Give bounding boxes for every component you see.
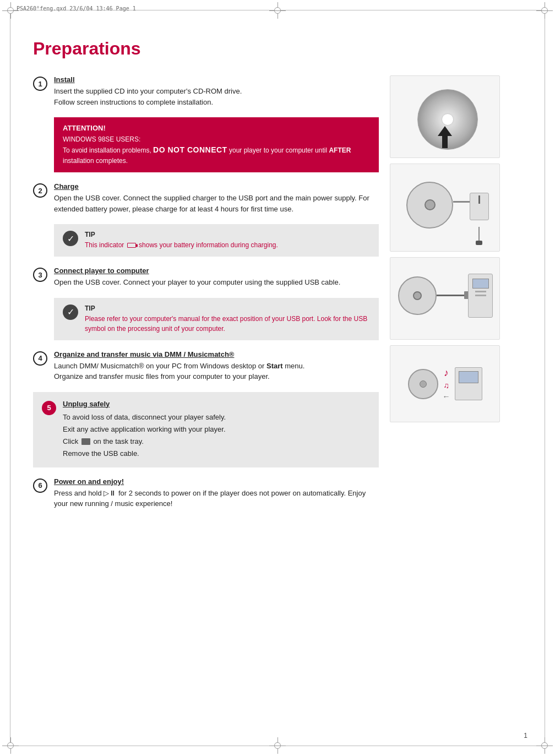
step-4-content: Organize and transfer music via DMM / Mu… [54,350,304,382]
player-usb [398,276,437,315]
battery-icon [127,243,136,248]
step-4-num: 4 [33,351,47,366]
step-6-content: Power on and enjoy! Press and hold ▷⏸ fo… [54,477,379,509]
player-usb-center [413,291,422,300]
crosshair-bottom-mid [269,737,286,754]
transfer-arrows: ♪ ♫ ← [443,367,450,401]
cd-scene [406,81,483,153]
step-5-text: To avoid loss of data, disconnect your p… [63,411,226,460]
step-6-section: 6 Power on and enjoy! Press and hold ▷⏸ … [33,477,379,509]
after-bold: AFTER [329,146,351,154]
tip-text-2: Please refer to your computer's manual f… [85,314,370,334]
usb-cable [437,295,467,296]
step-1-title: Install [54,75,242,84]
image-cd [390,75,500,158]
computer-screen [472,279,489,289]
step-5-title: Unplug safely [63,400,226,408]
tip-icon-1: ✓ [63,231,78,246]
player-circle [406,182,453,229]
computer-music [455,367,482,400]
step-2-text: Open the USB cover. Connect the supplied… [54,193,379,214]
tip-content-2: TIP Please refer to your computer's manu… [85,304,370,334]
tip-content-1: TIP This indicator shows your battery in… [85,231,278,250]
charger-scene [395,168,494,248]
image-music: ♪ ♫ ← [390,345,500,422]
usb-cable-h [453,201,470,203]
charger-plug [478,195,480,204]
attention-title: ATTENTION! [63,124,370,132]
step-5-num: 5 [42,401,56,415]
step-3-section: 3 Connect player to computer Open the US… [33,266,379,288]
step-2-section: 2 Charge Open the USB cover. Connect the… [33,182,379,214]
right-column: ♪ ♫ ← [390,75,522,519]
tip-icon-2: ✓ [63,304,78,320]
taskbar-icon [81,438,90,445]
player-music-center [420,380,427,388]
page-number: 1 [524,732,527,739]
image-charger [390,164,500,252]
music-scene-container: ♪ ♫ ← [393,351,497,417]
step-6-text: Press and hold ▷⏸ for 2 seconds to power… [54,488,379,509]
page-title: Preparations [33,39,522,59]
step-1-text: Insert the supplied CD into your compute… [54,86,242,107]
step-3-num: 3 [33,268,47,282]
music-note-1: ♪ [444,367,449,379]
charger-box [470,193,489,220]
tip-text-1: This indicator shows your battery inform… [85,240,278,250]
svg-marker-0 [438,126,452,148]
step-6-title: Power on and enjoy! [54,477,379,486]
tip-box-2: ✓ TIP Please refer to your computer's ma… [54,298,379,340]
step-4-text: Launch DMM/ Musicmatch® on your PC from … [54,361,304,382]
attention-text: WINDOWS 98SE USERS: To avoid installatio… [63,134,370,166]
step-1-num: 1 [33,77,47,91]
step-3-text: Open the USB cover. Connect your player … [54,277,340,288]
main-content: Preparations 1 Install Insert the suppli… [0,0,555,552]
step-1-content: Install Insert the supplied CD into your… [54,75,242,107]
step-5-content: Unplug safely To avoid loss of data, dis… [63,400,226,460]
tip-box-1: ✓ TIP This indicator shows your battery … [54,224,379,257]
step-5-inner: 5 Unplug safely To avoid loss of data, d… [42,400,370,460]
usb-scene-container [393,263,497,334]
computer-tower [468,274,493,318]
player-music [408,369,438,399]
cd-hole [442,113,454,126]
step-2-title: Charge [54,182,379,191]
monitor-music [459,371,478,383]
step-2-content: Charge Open the USB cover. Connect the s… [54,182,379,214]
step-3-title: Connect player to computer [54,266,340,275]
step-4-section: 4 Organize and transfer music via DMM / … [33,350,379,382]
tip-label-1: TIP [85,231,278,238]
crosshair-bottom-left [2,737,19,754]
power-plug [476,241,482,245]
step-2-num: 2 [33,183,47,198]
step-1-section: 1 Install Insert the supplied CD into yo… [33,75,379,107]
two-column-layout: 1 Install Insert the supplied CD into yo… [33,75,522,519]
left-arrow: ← [443,392,450,401]
drive-slot [475,291,486,292]
step-5-box: 5 Unplug safely To avoid loss of data, d… [33,392,379,467]
tip-label-2: TIP [85,304,370,312]
do-not-connect: DO NOT CONNECT [153,145,227,154]
music-note-2: ♫ [443,381,449,390]
left-column: 1 Install Insert the supplied CD into yo… [33,75,379,519]
image-usb [390,257,500,340]
attention-box: ATTENTION! WINDOWS 98SE USERS: To avoid … [54,117,379,172]
drive-slot-2 [475,295,486,296]
step-4-title: Organize and transfer music via DMM / Mu… [54,350,304,358]
step-3-content: Connect player to computer Open the USB … [54,266,340,288]
cd-arrow [437,126,453,150]
crosshair-bottom-right [536,737,553,754]
player-center [425,199,436,210]
step-6-num: 6 [33,478,47,493]
